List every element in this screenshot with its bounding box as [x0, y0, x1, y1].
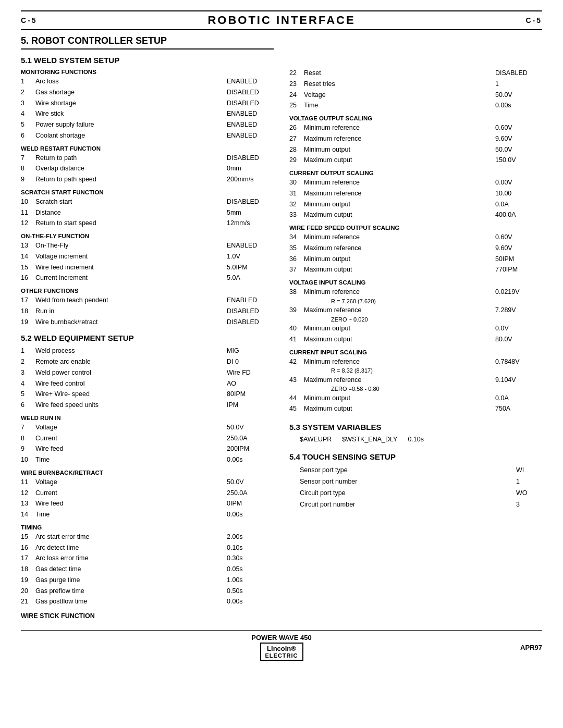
vis-item-3: 40 Minimum output 0.0V — [289, 323, 542, 334]
cis-note-1: R = 8.32 (8.317) — [289, 367, 542, 374]
vos-item-3: 28 Minimum output 50.0V — [289, 144, 542, 155]
voltage-output-scaling-label: VOLTAGE OUTPUT SCALING — [289, 115, 542, 121]
weld-restart-item-2: 8 Overlap distance 0mm — [21, 163, 274, 174]
footer-right: APR97 — [312, 644, 542, 651]
wfsos-item-4: 37 Maximum output 770IPM — [289, 264, 542, 275]
vis-label: VOLTAGE INPUT SCALING — [289, 279, 542, 286]
monitoring-item-3: 3 Wire shortage DISABLED — [21, 98, 274, 109]
other-item-2: 18 Run in DISABLED — [21, 306, 274, 317]
weld-restart-item-1: 7 Return to path DISABLED — [21, 153, 274, 164]
on-the-fly-item-1: 13 On-The-Fly ENABLED — [21, 240, 274, 251]
wfsos-item-1: 34 Minimum reference 0.60V — [289, 232, 542, 243]
page-header: C-5 ROBOTIC INTERFACE C-5 — [21, 10, 542, 30]
timing-item-1: 15 Arc start error time 2.00s — [21, 532, 274, 542]
weld-run-in-item-1: 7 Voltage 50.0V — [21, 422, 274, 433]
scratch-start-label: SCRATCH START FUNCTION — [21, 189, 274, 195]
wire-burnback-item-3: 13 Wire feed 0IPM — [21, 498, 274, 509]
monitoring-item-5: 5 Power supply failure ENABLED — [21, 119, 274, 130]
on-the-fly-item-4: 16 Current increment 5.0A — [21, 273, 274, 283]
footer-date: APR97 — [520, 644, 542, 651]
wfsos-item-3: 36 Minimum output 50IPM — [289, 254, 542, 265]
section-52-title: 5.2 WELD EQUIPMENT SETUP — [21, 334, 274, 342]
sysvar-1: $AWEUPR — [300, 436, 332, 443]
wfsos-item-2: 35 Maximum reference 9.60V — [289, 243, 542, 254]
wire-stick-label: WIRE STICK FUNCTION — [21, 612, 274, 620]
touch-item-4: Circuit port number 3 — [289, 499, 542, 510]
s52-item-1: 1 Weld process MIG — [21, 346, 274, 356]
touch-item-1: Sensor port type WI — [289, 464, 542, 476]
cos-item-2: 31 Maximum reference 10.00 — [289, 188, 542, 199]
monitoring-item-2: 2 Gas shortage DISABLED — [21, 87, 274, 98]
vos-item-4: 29 Maximum output 150.0V — [289, 155, 542, 166]
cis-item-3: 44 Minimum output 0.0A — [289, 393, 542, 404]
cis-item-4: 45 Maximum output 750A — [289, 403, 542, 414]
on-the-fly-label: ON-THE-FLY FUNCTION — [21, 233, 274, 239]
cos-item-1: 30 Minimum reference 0.00V — [289, 177, 542, 188]
timing-item-3: 17 Arc loss error time 0.30s — [21, 553, 274, 564]
scratch-start-item-1: 10 Scratch start DISABLED — [21, 196, 274, 207]
vis-item-4: 41 Maximum output 80.0V — [289, 334, 542, 345]
right-item-24: 24 Voltage 50.0V — [289, 90, 542, 101]
page-footer: POWER WAVE 450 Lincoln® ELECTRIC APR97 — [21, 630, 542, 661]
corner-right-label: C-5 — [525, 16, 542, 24]
current-output-scaling-label: CURRENT OUTPUT SCALING — [289, 170, 542, 176]
vos-item-1: 26 Minimum reference 0.60V — [289, 122, 542, 133]
timing-item-5: 19 Gas purge time 1.00s — [21, 575, 274, 586]
sysvar-2: $WSTK_ENA_DLY — [342, 436, 397, 443]
monitoring-label: MONITORING FUNCTIONS — [21, 69, 274, 75]
section-54-title: 5.4 TOUCH SENSING SETUP — [289, 452, 542, 461]
wire-burnback-item-4: 14 Time 0.00s — [21, 509, 274, 520]
timing-item-4: 18 Gas detect time 0.05s — [21, 564, 274, 575]
section-51-title: 5.1 WELD SYSTEM SETUP — [21, 56, 274, 65]
weld-run-in-label: WELD RUN IN — [21, 415, 274, 421]
s52-item-3: 3 Weld power control Wire FD — [21, 367, 274, 378]
footer-lincoln-box: Lincoln® ELECTRIC — [260, 643, 303, 661]
right-item-23: 23 Reset tries 1 — [289, 79, 542, 90]
weld-restart-label: WELD RESTART FUNCTION — [21, 145, 274, 152]
cos-item-4: 33 Maximum output 400.0A — [289, 209, 542, 220]
weld-run-in-item-2: 8 Current 250.0A — [21, 433, 274, 444]
vis-item-2: 39 Maximum reference 7.289V — [289, 305, 542, 316]
s52-item-5: 5 Wire+ Wire- speed 80IPM — [21, 389, 274, 400]
touch-item-3: Circuit port type WO — [289, 487, 542, 499]
scratch-start-item-3: 12 Return to start speed 12mm/s — [21, 218, 274, 229]
corner-left-label: C-5 — [21, 16, 38, 24]
footer-brand: POWER WAVE 450 Lincoln® ELECTRIC — [251, 634, 311, 661]
vos-item-2: 27 Maximum reference 9.60V — [289, 133, 542, 144]
s52-item-6: 6 Wire feed speed units IPM — [21, 400, 274, 411]
other-item-3: 19 Wire burnback/retract DISABLED — [21, 317, 274, 328]
system-vars-row: $AWEUPR $WSTK_ENA_DLY 0.10s — [289, 435, 542, 444]
s52-item-4: 4 Wire feed control AO — [21, 378, 274, 389]
wire-burnback-label: WIRE BURNBACK/RETRACT — [21, 470, 274, 476]
on-the-fly-item-2: 14 Voltage increment 1.0V — [21, 251, 274, 262]
cos-item-3: 32 Minimum output 0.0A — [289, 199, 542, 210]
right-column: 22 Reset DISABLED 23 Reset tries 1 24 Vo… — [289, 35, 542, 620]
chapter-title: 5. ROBOT CONTROLLER SETUP — [21, 35, 274, 50]
vis-note-2: ZERO ~ 0.020 — [289, 316, 542, 323]
wire-burnback-item-1: 11 Voltage 50.0V — [21, 477, 274, 488]
vis-note-1: R = 7.268 (7.620) — [289, 298, 542, 305]
timing-item-6: 20 Gas preflow time 0.50s — [21, 586, 274, 597]
weld-run-in-item-4: 10 Time 0.00s — [21, 454, 274, 465]
weld-restart-item-3: 9 Return to path speed 200mm/s — [21, 174, 274, 185]
cis-item-1: 42 Minimum reference 0.7848V — [289, 356, 542, 367]
vis-item-1: 38 Minimum reference 0.0219V — [289, 287, 542, 298]
wire-burnback-item-2: 12 Current 250.0A — [21, 488, 274, 499]
cis-note-2: ZERO =0.58 - 0.80 — [289, 385, 542, 392]
wfsos-label: WIRE FEED SPEED OUTPUT SCALING — [289, 225, 542, 231]
cis-item-2: 43 Maximum reference 9.104V — [289, 375, 542, 386]
left-column: 5. ROBOT CONTROLLER SETUP 5.1 WELD SYSTE… — [21, 35, 274, 620]
monitoring-item-6: 6 Coolant shortage ENABLED — [21, 130, 274, 141]
right-item-22: 22 Reset DISABLED — [289, 68, 542, 79]
footer-electric: ELECTRIC — [265, 652, 298, 659]
sysvar-3: 0.10s — [408, 436, 424, 443]
timing-item-2: 16 Arc detect time 0.10s — [21, 542, 274, 553]
on-the-fly-item-3: 15 Wire feed increment 5.0IPM — [21, 262, 274, 273]
footer-power-wave: POWER WAVE 450 — [251, 634, 311, 641]
timing-item-7: 21 Gas postflow time 0.00s — [21, 596, 274, 607]
right-item-25: 25 Time 0.00s — [289, 100, 542, 111]
scratch-start-item-2: 11 Distance 5mm — [21, 207, 274, 218]
cis-label: CURRENT INPUT SCALING — [289, 349, 542, 355]
monitoring-item-1: 1 Arc loss ENABLED — [21, 76, 274, 87]
touch-item-2: Sensor port number 1 — [289, 476, 542, 487]
